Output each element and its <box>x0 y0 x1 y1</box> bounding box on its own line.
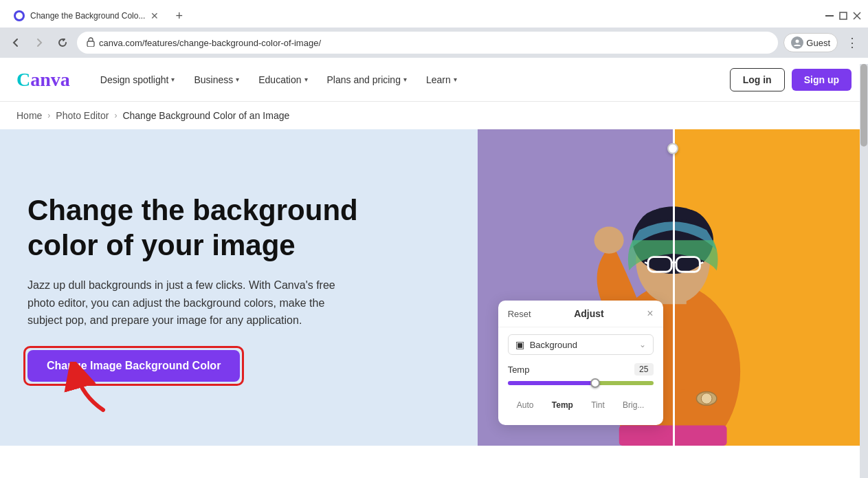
nav-item-plans-pricing[interactable]: Plans and pricing ▾ <box>319 69 415 91</box>
adjust-tab-brightness[interactable]: Brig... <box>617 398 649 413</box>
param-value: 25 <box>634 363 654 376</box>
svg-rect-1 <box>825 15 834 17</box>
tab-title: Change the Background Colo... <box>30 11 145 21</box>
hero-title: Change the background color of your imag… <box>27 193 371 263</box>
nav-item-design-spotlight[interactable]: Design spotlight ▾ <box>92 69 183 91</box>
back-button[interactable] <box>7 34 25 52</box>
adjust-panel-title: Adjust <box>574 308 604 319</box>
adjust-dropdown[interactable]: ▣ Background ⌄ <box>508 334 654 355</box>
chevron-education-icon: ▾ <box>304 76 308 83</box>
signup-button[interactable]: Sign up <box>792 69 852 91</box>
login-button[interactable]: Log in <box>730 68 785 91</box>
page-content: Canva Design spotlight ▾ Business ▾ Educ… <box>0 58 868 446</box>
hero-description: Jazz up dull backgrounds in just a few c… <box>27 276 344 329</box>
background-dropdown-icon: ▣ <box>515 339 524 350</box>
breadcrumb: Home › Photo Editor › Change Background … <box>0 102 868 129</box>
nav-label-learn: Learn <box>426 74 451 85</box>
breadcrumb-sep-2: › <box>114 111 117 120</box>
nav-label-plans-pricing: Plans and pricing <box>327 74 401 85</box>
svg-rect-5 <box>87 41 94 47</box>
adjust-slider-track[interactable] <box>508 381 654 385</box>
forward-button[interactable] <box>30 34 48 52</box>
param-label: Temp <box>508 365 530 375</box>
adjust-tab-temp[interactable]: Temp <box>546 398 579 413</box>
adjust-dropdown-label-text: Background <box>530 340 577 350</box>
close-window-button[interactable] <box>852 10 863 21</box>
maximize-button[interactable] <box>838 10 849 21</box>
lock-icon <box>87 37 95 49</box>
adjust-slider-thumb[interactable] <box>590 378 600 388</box>
chevron-design-spotlight-icon: ▾ <box>171 76 175 83</box>
reload-button[interactable] <box>54 34 71 52</box>
browser-menu-button[interactable]: ⋮ <box>843 32 861 53</box>
profile-avatar <box>791 36 803 49</box>
image-slider-line <box>673 129 675 446</box>
adjust-reset-button[interactable]: Reset <box>508 309 531 319</box>
profile-button[interactable]: Guest <box>783 33 838 52</box>
new-tab-button[interactable]: + <box>170 6 188 26</box>
adjust-tabs: Auto Temp Tint Brig... <box>508 395 654 418</box>
svg-point-20 <box>701 393 712 404</box>
nav-item-education[interactable]: Education ▾ <box>250 69 315 91</box>
adjust-param-row: Temp 25 <box>508 363 654 376</box>
address-bar[interactable]: canva.com/features/change-background-col… <box>77 32 778 54</box>
svg-point-17 <box>594 227 623 254</box>
breadcrumb-home[interactable]: Home <box>16 110 42 121</box>
adjust-close-button[interactable]: × <box>647 307 653 320</box>
breadcrumb-photo-editor[interactable]: Photo Editor <box>56 110 109 121</box>
breadcrumb-sep-1: › <box>47 111 50 120</box>
adjust-tab-auto[interactable]: Auto <box>511 398 539 413</box>
nav-item-business[interactable]: Business ▾ <box>186 69 247 91</box>
image-slider-handle[interactable] <box>667 143 678 154</box>
adjust-panel: Reset Adjust × ▣ Background ⌄ Temp 25 <box>498 301 663 425</box>
change-background-color-button[interactable]: Change Image Background Color <box>27 350 240 382</box>
breadcrumb-current: Change Background Color of an Image <box>122 110 289 121</box>
chevron-business-icon: ▾ <box>236 76 239 83</box>
hero-image-area: Reset Adjust × ▣ Background ⌄ Temp 25 <box>478 129 868 446</box>
hero-content: Change the background color of your imag… <box>0 129 478 446</box>
browser-tab-active[interactable]: Change the Background Colo... ✕ <box>5 5 167 27</box>
url-text: canva.com/features/change-background-col… <box>99 38 768 48</box>
adjust-panel-body: ▣ Background ⌄ Temp 25 Auto Temp <box>498 327 663 425</box>
dropdown-chevron-icon: ⌄ <box>639 340 646 349</box>
browser-chrome: Change the Background Colo... ✕ + <box>0 0 868 58</box>
tab-favicon <box>14 10 25 21</box>
chevron-plans-icon: ▾ <box>403 76 407 83</box>
nav-label-education: Education <box>258 74 301 85</box>
nav-items: Design spotlight ▾ Business ▾ Education … <box>92 69 730 91</box>
nav-actions: Log in Sign up <box>730 68 852 91</box>
chevron-learn-icon: ▾ <box>454 76 457 83</box>
profile-label: Guest <box>806 38 830 48</box>
tab-close-button[interactable]: ✕ <box>151 10 159 21</box>
minimize-button[interactable] <box>824 10 835 21</box>
svg-point-0 <box>16 12 23 19</box>
svg-rect-2 <box>840 12 847 19</box>
nav-label-design-spotlight: Design spotlight <box>100 74 169 85</box>
nav-label-business: Business <box>194 74 233 85</box>
canva-logo[interactable]: Canva <box>16 69 70 91</box>
nav-item-learn[interactable]: Learn ▾ <box>418 69 465 91</box>
hero-section: Change the background color of your imag… <box>0 129 868 446</box>
adjust-panel-header: Reset Adjust × <box>498 301 663 327</box>
adjust-tab-tint[interactable]: Tint <box>586 398 610 413</box>
svg-point-6 <box>796 40 799 43</box>
navbar: Canva Design spotlight ▾ Business ▾ Educ… <box>0 58 868 102</box>
